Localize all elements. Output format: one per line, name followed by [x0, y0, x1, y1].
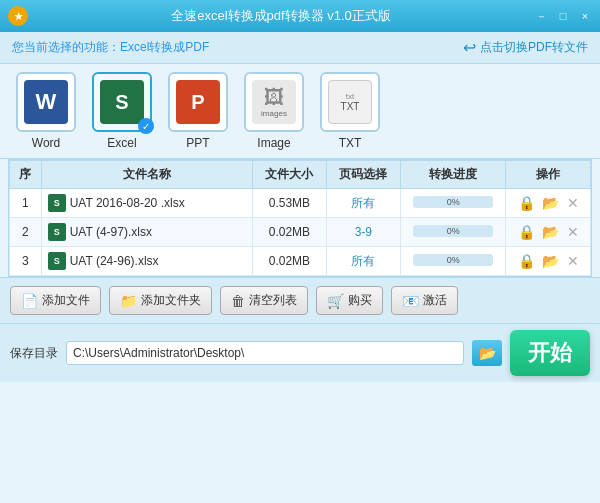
excel-file-icon: S	[48, 194, 66, 212]
add-file-button[interactable]: 📄 添加文件	[10, 286, 101, 315]
app-icon: ★	[8, 6, 28, 26]
save-bar: 保存目录 📂 开始	[0, 323, 600, 382]
cell-size: 0.53MB	[252, 189, 326, 218]
mode-txt-label: TXT	[339, 136, 362, 150]
excel-file-icon: S	[48, 223, 66, 241]
save-label: 保存目录	[10, 345, 58, 362]
open-folder-icon[interactable]: 📂	[542, 253, 559, 269]
cell-pages[interactable]: 所有	[326, 189, 400, 218]
func-name: Excel转换成PDF	[120, 40, 209, 54]
excel-icon: S	[100, 80, 144, 124]
mode-image-label: Image	[257, 136, 290, 150]
table-header: 序 文件名称 文件大小 页码选择 转换进度 操作	[10, 161, 591, 189]
function-bar: 您当前选择的功能：Excel转换成PDF ↩ 点击切换PDF转文件	[0, 32, 600, 64]
clear-list-button[interactable]: 🗑 清空列表	[220, 286, 308, 315]
cell-actions: 🔒 📂 ✕	[506, 218, 591, 247]
buy-icon: 🛒	[327, 293, 344, 309]
cell-actions: 🔒 📂 ✕	[506, 189, 591, 218]
table-row: 3 S UAT (24-96).xlsx 0.02MB 所有 0% 🔒 📂 ✕	[10, 247, 591, 276]
cell-name: S UAT 2016-08-20 .xlsx	[41, 189, 252, 218]
mode-excel-label: Excel	[107, 136, 136, 150]
mode-word-label: Word	[32, 136, 60, 150]
cell-size: 0.02MB	[252, 218, 326, 247]
cell-progress: 0%	[400, 189, 506, 218]
cell-seq: 3	[10, 247, 42, 276]
mode-ppt-label: PPT	[186, 136, 209, 150]
cell-progress: 0%	[400, 247, 506, 276]
col-size: 文件大小	[252, 161, 326, 189]
add-folder-icon: 📁	[120, 293, 137, 309]
mode-bar: W Word S ✓ Excel P PPT 🖼 images Image tx…	[0, 64, 600, 159]
lock-icon[interactable]: 🔒	[518, 224, 535, 240]
txt-icon: txt TXT	[328, 80, 372, 124]
mode-ppt[interactable]: P PPT	[168, 72, 228, 150]
mode-image[interactable]: 🖼 images Image	[244, 72, 304, 150]
bottom-bar: 📄 添加文件 📁 添加文件夹 🗑 清空列表 🛒 购买 📧 激活	[0, 277, 600, 323]
cell-seq: 1	[10, 189, 42, 218]
add-file-icon: 📄	[21, 293, 38, 309]
add-folder-button[interactable]: 📁 添加文件夹	[109, 286, 212, 315]
file-table-container: 序 文件名称 文件大小 页码选择 转换进度 操作 1 S UAT 2016-08…	[8, 159, 592, 277]
close-button[interactable]: ×	[578, 9, 592, 23]
col-progress: 转换进度	[400, 161, 506, 189]
current-function: 您当前选择的功能：Excel转换成PDF	[12, 39, 209, 56]
folder-icon: 📂	[479, 345, 496, 361]
col-seq: 序	[10, 161, 42, 189]
clear-icon: 🗑	[231, 293, 245, 309]
image-icon: 🖼 images	[252, 80, 296, 124]
app-title: 全速excel转换成pdf转换器 v1.0正式版	[28, 7, 534, 25]
remove-icon[interactable]: ✕	[567, 253, 579, 269]
save-path-input[interactable]	[66, 341, 464, 365]
activate-button[interactable]: 📧 激活	[391, 286, 458, 315]
table-row: 2 S UAT (4-97).xlsx 0.02MB 3-9 0% 🔒 📂 ✕	[10, 218, 591, 247]
mode-word[interactable]: W Word	[16, 72, 76, 150]
window-controls: － □ ×	[534, 9, 592, 23]
cell-name: S UAT (24-96).xlsx	[41, 247, 252, 276]
lock-icon[interactable]: 🔒	[518, 195, 535, 211]
cell-pages[interactable]: 所有	[326, 247, 400, 276]
lock-icon[interactable]: 🔒	[518, 253, 535, 269]
title-bar: ★ 全速excel转换成pdf转换器 v1.0正式版 － □ ×	[0, 0, 600, 32]
excel-file-icon: S	[48, 252, 66, 270]
file-table: 序 文件名称 文件大小 页码选择 转换进度 操作 1 S UAT 2016-08…	[9, 160, 591, 276]
maximize-button[interactable]: □	[556, 9, 570, 23]
switch-button[interactable]: ↩ 点击切换PDF转文件	[463, 38, 588, 57]
func-prefix: 您当前选择的功能：	[12, 40, 120, 54]
table-row: 1 S UAT 2016-08-20 .xlsx 0.53MB 所有 0% 🔒 …	[10, 189, 591, 218]
mode-excel[interactable]: S ✓ Excel	[92, 72, 152, 150]
cell-seq: 2	[10, 218, 42, 247]
start-button[interactable]: 开始	[510, 330, 590, 376]
col-pages: 页码选择	[326, 161, 400, 189]
cell-pages[interactable]: 3-9	[326, 218, 400, 247]
buy-button[interactable]: 🛒 购买	[316, 286, 383, 315]
ppt-icon: P	[176, 80, 220, 124]
word-icon: W	[24, 80, 68, 124]
col-name: 文件名称	[41, 161, 252, 189]
remove-icon[interactable]: ✕	[567, 195, 579, 211]
cell-size: 0.02MB	[252, 247, 326, 276]
browse-folder-button[interactable]: 📂	[472, 340, 502, 366]
cell-progress: 0%	[400, 218, 506, 247]
minimize-button[interactable]: －	[534, 9, 548, 23]
open-folder-icon[interactable]: 📂	[542, 224, 559, 240]
check-badge: ✓	[138, 118, 154, 134]
col-actions: 操作	[506, 161, 591, 189]
activate-icon: 📧	[402, 293, 419, 309]
mode-txt[interactable]: txt TXT TXT	[320, 72, 380, 150]
remove-icon[interactable]: ✕	[567, 224, 579, 240]
open-folder-icon[interactable]: 📂	[542, 195, 559, 211]
cell-name: S UAT (4-97).xlsx	[41, 218, 252, 247]
cell-actions: 🔒 📂 ✕	[506, 247, 591, 276]
